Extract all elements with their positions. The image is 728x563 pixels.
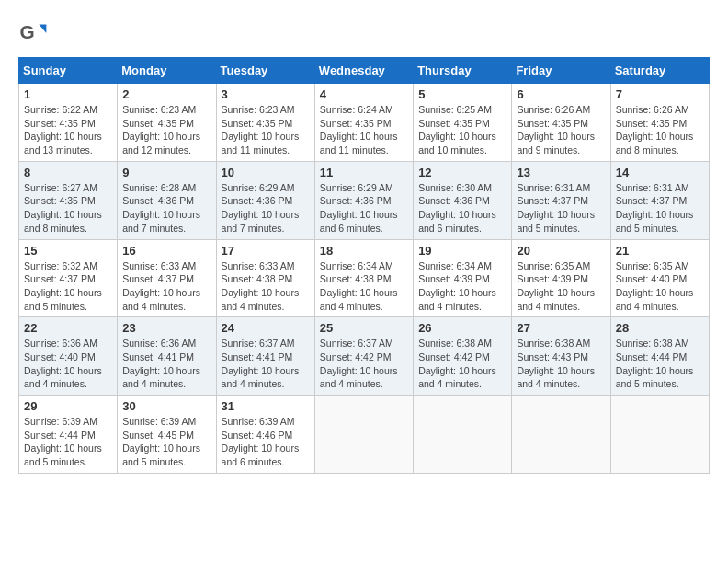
calendar-cell: 6 Sunrise: 6:26 AM Sunset: 4:35 PM Dayli… — [512, 84, 610, 162]
page-header: G — [18, 18, 710, 48]
day-number: 18 — [320, 244, 408, 258]
day-info: Sunrise: 6:27 AM Sunset: 4:35 PM Dayligh… — [24, 181, 112, 236]
day-info: Sunrise: 6:28 AM Sunset: 4:36 PM Dayligh… — [122, 181, 210, 236]
calendar-cell: 4 Sunrise: 6:24 AM Sunset: 4:35 PM Dayli… — [314, 84, 413, 162]
calendar-week-1: 1 Sunrise: 6:22 AM Sunset: 4:35 PM Dayli… — [19, 84, 710, 162]
day-number: 2 — [122, 87, 210, 101]
day-info: Sunrise: 6:23 AM Sunset: 4:35 PM Dayligh… — [222, 103, 310, 157]
day-number: 15 — [24, 244, 112, 258]
calendar-cell: 23 Sunrise: 6:36 AM Sunset: 4:41 PM Dayl… — [118, 317, 216, 396]
calendar-cell: 14 Sunrise: 6:31 AM Sunset: 4:37 PM Dayl… — [610, 161, 709, 239]
day-info: Sunrise: 6:31 AM Sunset: 4:37 PM Dayligh… — [616, 181, 704, 236]
calendar-cell: 29 Sunrise: 6:39 AM Sunset: 4:44 PM Dayl… — [19, 396, 118, 474]
day-number: 19 — [418, 244, 506, 258]
calendar-cell: 26 Sunrise: 6:38 AM Sunset: 4:42 PM Dayl… — [414, 317, 512, 396]
day-number: 17 — [222, 244, 310, 258]
calendar-cell: 25 Sunrise: 6:37 AM Sunset: 4:42 PM Dayl… — [314, 317, 413, 396]
day-info: Sunrise: 6:23 AM Sunset: 4:35 PM Dayligh… — [122, 103, 210, 157]
day-number: 6 — [517, 87, 605, 101]
day-number: 31 — [222, 399, 310, 413]
day-info: Sunrise: 6:37 AM Sunset: 4:42 PM Dayligh… — [320, 337, 408, 391]
weekday-header-row: SundayMondayTuesdayWednesdayThursdayFrid… — [19, 58, 710, 84]
day-number: 26 — [418, 321, 506, 335]
day-info: Sunrise: 6:26 AM Sunset: 4:35 PM Dayligh… — [616, 103, 704, 157]
calendar-cell — [610, 396, 709, 474]
calendar-cell: 2 Sunrise: 6:23 AM Sunset: 4:35 PM Dayli… — [118, 84, 216, 162]
day-info: Sunrise: 6:22 AM Sunset: 4:35 PM Dayligh… — [24, 103, 112, 157]
calendar-cell: 13 Sunrise: 6:31 AM Sunset: 4:37 PM Dayl… — [512, 161, 610, 239]
calendar-cell: 15 Sunrise: 6:32 AM Sunset: 4:37 PM Dayl… — [19, 239, 118, 317]
calendar-week-4: 22 Sunrise: 6:36 AM Sunset: 4:40 PM Dayl… — [19, 317, 710, 396]
calendar-cell: 21 Sunrise: 6:35 AM Sunset: 4:40 PM Dayl… — [610, 239, 709, 317]
day-info: Sunrise: 6:37 AM Sunset: 4:41 PM Dayligh… — [222, 337, 310, 391]
day-info: Sunrise: 6:39 AM Sunset: 4:45 PM Dayligh… — [122, 415, 210, 469]
calendar-table: SundayMondayTuesdayWednesdayThursdayFrid… — [18, 57, 710, 474]
day-info: Sunrise: 6:33 AM Sunset: 4:37 PM Dayligh… — [122, 259, 210, 314]
day-number: 20 — [517, 244, 605, 258]
svg-marker-1 — [39, 24, 46, 33]
day-number: 25 — [320, 321, 408, 335]
day-info: Sunrise: 6:39 AM Sunset: 4:44 PM Dayligh… — [24, 415, 112, 469]
day-info: Sunrise: 6:26 AM Sunset: 4:35 PM Dayligh… — [517, 103, 605, 157]
calendar-cell — [512, 396, 610, 474]
logo-icon: G — [18, 18, 48, 48]
calendar-cell: 9 Sunrise: 6:28 AM Sunset: 4:36 PM Dayli… — [118, 161, 216, 239]
day-number: 29 — [24, 399, 112, 413]
day-info: Sunrise: 6:34 AM Sunset: 4:38 PM Dayligh… — [320, 259, 408, 314]
day-number: 23 — [122, 321, 210, 335]
calendar-cell: 8 Sunrise: 6:27 AM Sunset: 4:35 PM Dayli… — [19, 161, 118, 239]
weekday-header-thursday: Thursday — [414, 58, 512, 84]
calendar-week-2: 8 Sunrise: 6:27 AM Sunset: 4:35 PM Dayli… — [19, 161, 710, 239]
calendar-cell: 10 Sunrise: 6:29 AM Sunset: 4:36 PM Dayl… — [216, 161, 314, 239]
svg-text:G: G — [20, 21, 35, 42]
calendar-cell: 18 Sunrise: 6:34 AM Sunset: 4:38 PM Dayl… — [314, 239, 413, 317]
calendar-cell — [414, 396, 512, 474]
day-number: 16 — [122, 244, 210, 258]
weekday-header-friday: Friday — [512, 58, 610, 84]
day-info: Sunrise: 6:29 AM Sunset: 4:36 PM Dayligh… — [222, 181, 310, 236]
day-info: Sunrise: 6:38 AM Sunset: 4:43 PM Dayligh… — [517, 337, 605, 391]
day-number: 21 — [616, 244, 704, 258]
day-number: 1 — [24, 87, 112, 101]
day-info: Sunrise: 6:39 AM Sunset: 4:46 PM Dayligh… — [222, 415, 310, 469]
calendar-cell: 1 Sunrise: 6:22 AM Sunset: 4:35 PM Dayli… — [19, 84, 118, 162]
day-number: 4 — [320, 87, 408, 101]
calendar-cell: 19 Sunrise: 6:34 AM Sunset: 4:39 PM Dayl… — [414, 239, 512, 317]
calendar-cell: 27 Sunrise: 6:38 AM Sunset: 4:43 PM Dayl… — [512, 317, 610, 396]
day-info: Sunrise: 6:38 AM Sunset: 4:44 PM Dayligh… — [616, 337, 704, 391]
calendar-cell: 5 Sunrise: 6:25 AM Sunset: 4:35 PM Dayli… — [414, 84, 512, 162]
logo: G — [18, 18, 51, 48]
day-number: 13 — [517, 166, 605, 179]
day-number: 5 — [418, 87, 506, 101]
weekday-header-wednesday: Wednesday — [314, 58, 413, 84]
calendar-cell: 24 Sunrise: 6:37 AM Sunset: 4:41 PM Dayl… — [216, 317, 314, 396]
day-info: Sunrise: 6:35 AM Sunset: 4:39 PM Dayligh… — [517, 259, 605, 314]
day-number: 22 — [24, 321, 112, 335]
calendar-cell: 31 Sunrise: 6:39 AM Sunset: 4:46 PM Dayl… — [216, 396, 314, 474]
day-number: 27 — [517, 321, 605, 335]
day-info: Sunrise: 6:24 AM Sunset: 4:35 PM Dayligh… — [320, 103, 408, 157]
calendar-cell: 3 Sunrise: 6:23 AM Sunset: 4:35 PM Dayli… — [216, 84, 314, 162]
day-info: Sunrise: 6:36 AM Sunset: 4:40 PM Dayligh… — [24, 337, 112, 391]
day-info: Sunrise: 6:30 AM Sunset: 4:36 PM Dayligh… — [418, 181, 506, 236]
day-info: Sunrise: 6:29 AM Sunset: 4:36 PM Dayligh… — [320, 181, 408, 236]
calendar-cell: 22 Sunrise: 6:36 AM Sunset: 4:40 PM Dayl… — [19, 317, 118, 396]
weekday-header-sunday: Sunday — [19, 58, 118, 84]
calendar-cell: 12 Sunrise: 6:30 AM Sunset: 4:36 PM Dayl… — [414, 161, 512, 239]
weekday-header-monday: Monday — [118, 58, 216, 84]
day-number: 7 — [616, 87, 704, 101]
calendar-cell: 11 Sunrise: 6:29 AM Sunset: 4:36 PM Dayl… — [314, 161, 413, 239]
calendar-cell: 17 Sunrise: 6:33 AM Sunset: 4:38 PM Dayl… — [216, 239, 314, 317]
calendar-cell — [314, 396, 413, 474]
day-info: Sunrise: 6:25 AM Sunset: 4:35 PM Dayligh… — [418, 103, 506, 157]
day-number: 14 — [616, 166, 704, 179]
day-number: 24 — [222, 321, 310, 335]
day-number: 9 — [122, 166, 210, 179]
day-info: Sunrise: 6:38 AM Sunset: 4:42 PM Dayligh… — [418, 337, 506, 391]
calendar-cell: 28 Sunrise: 6:38 AM Sunset: 4:44 PM Dayl… — [610, 317, 709, 396]
day-info: Sunrise: 6:35 AM Sunset: 4:40 PM Dayligh… — [616, 259, 704, 314]
day-number: 8 — [24, 166, 112, 179]
weekday-header-tuesday: Tuesday — [216, 58, 314, 84]
day-info: Sunrise: 6:34 AM Sunset: 4:39 PM Dayligh… — [418, 259, 506, 314]
day-info: Sunrise: 6:33 AM Sunset: 4:38 PM Dayligh… — [222, 259, 310, 314]
